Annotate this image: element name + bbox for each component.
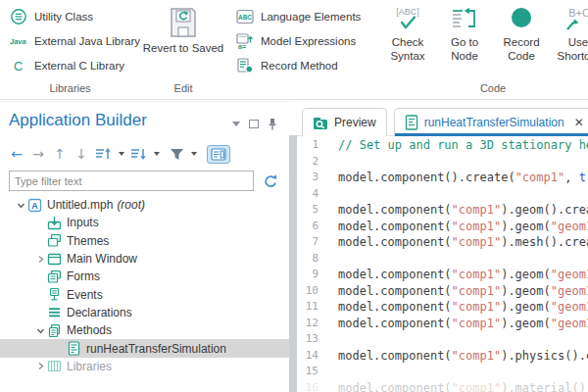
use-shortcut-button[interactable]: B+C Use Shortcut bbox=[554, 6, 588, 99]
revert-to-saved-icon bbox=[167, 6, 200, 39]
tree-item-suffix: (root) bbox=[117, 198, 145, 212]
tree-item-libraries[interactable]: Libraries bbox=[0, 358, 289, 375]
method-doc-icon bbox=[405, 115, 418, 130]
tree-item-label: Inputs bbox=[67, 216, 99, 229]
tree-toolbar: ← → ↑ ↓ bbox=[9, 143, 230, 165]
model-expressions-button[interactable]: a= Model Expressions bbox=[236, 30, 369, 51]
edit-group-label: Edit bbox=[142, 82, 224, 94]
code-line: 6model.component("comp1").geom("geom1 bbox=[297, 219, 588, 235]
svg-text:C: C bbox=[14, 59, 23, 74]
panel-header-icons bbox=[232, 118, 277, 130]
line-number: 8 bbox=[297, 251, 318, 268]
forward-arrow-icon[interactable]: → bbox=[30, 146, 46, 162]
code-area[interactable]: 1// Set up and run a 3D stationary he23m… bbox=[297, 137, 588, 392]
java-icon: Java bbox=[10, 35, 27, 47]
code-group-small-buttons: ABC Language Elements a= Model Expressio… bbox=[236, 6, 369, 99]
go-to-node-icon bbox=[450, 6, 479, 33]
language-elements-label: Language Elements bbox=[261, 11, 361, 23]
tree-item-inputs[interactable]: Inputs bbox=[0, 214, 289, 231]
forms-icon bbox=[47, 270, 62, 284]
line-number: 6 bbox=[297, 219, 318, 235]
svg-text:a=: a= bbox=[238, 42, 246, 49]
move-up-icon[interactable]: ↑ bbox=[52, 146, 68, 162]
code-text: model.component("comp1").geom("geom1 bbox=[338, 283, 588, 300]
tree-item-methods[interactable]: Methods bbox=[0, 321, 289, 339]
editor-tab-bar: Preview runHeatTransferSimulation ✕ bbox=[297, 101, 588, 136]
sort-ascending-caret[interactable] bbox=[119, 152, 124, 156]
code-text: model.component("comp1").geom("geom1 bbox=[338, 316, 588, 332]
tree-item-label: runHeatTransferSimulation bbox=[86, 342, 226, 356]
tree-item-runheattransfersimulation[interactable]: runHeatTransferSimulation bbox=[0, 339, 289, 357]
refresh-icon[interactable] bbox=[263, 173, 278, 189]
sort-descending-icon[interactable] bbox=[130, 147, 147, 161]
tree-item-themes[interactable]: Themes bbox=[0, 232, 289, 250]
filter-row bbox=[9, 171, 281, 191]
tree-item-main-window[interactable]: Main Window bbox=[0, 250, 289, 268]
tree-item-events[interactable]: Events bbox=[0, 285, 289, 303]
tree-item-forms[interactable]: Forms bbox=[0, 268, 289, 285]
filter-funnel-icon[interactable] bbox=[170, 147, 184, 161]
c-icon: C bbox=[10, 58, 27, 74]
chevron-right-icon[interactable] bbox=[33, 362, 47, 370]
svg-text:Java: Java bbox=[10, 37, 26, 46]
vertical-splitter[interactable] bbox=[289, 135, 297, 392]
use-shortcut-icon: B+C bbox=[559, 6, 588, 33]
tree-item-label: Declarations bbox=[67, 306, 132, 319]
comsol-application-builder-window: Utility Class Java External Java Library… bbox=[0, 0, 588, 392]
record-method-button[interactable]: Record Method bbox=[236, 55, 369, 75]
sort-ascending-icon[interactable] bbox=[95, 147, 112, 161]
code-line: 10model.component("comp1").geom("geom1 bbox=[297, 283, 588, 300]
declarations-icon bbox=[47, 305, 62, 319]
tree-item-untitled-mph[interactable]: AUntitled.mph(root) bbox=[0, 196, 289, 214]
language-elements-button[interactable]: ABC Language Elements bbox=[236, 6, 369, 26]
language-elements-icon: ABC bbox=[236, 9, 254, 24]
back-arrow-icon[interactable]: ← bbox=[9, 146, 24, 162]
code-text: model.component().create("comp1", tru bbox=[338, 170, 588, 186]
chevron-right-icon[interactable] bbox=[33, 255, 47, 264]
move-down-icon[interactable]: ↓ bbox=[74, 146, 89, 162]
app-root-icon: A bbox=[27, 198, 42, 213]
code-group-label: Code bbox=[434, 82, 552, 94]
ribbon-group-edit: Revert to Saved Edit bbox=[142, 0, 224, 99]
tree-item-declarations[interactable]: Declarations bbox=[0, 304, 289, 321]
panel-menu-chevron-down-icon[interactable] bbox=[232, 122, 240, 126]
code-line: 12model.component("comp1").geom("geom1 bbox=[297, 316, 588, 332]
utility-class-icon bbox=[10, 8, 27, 25]
line-number: 13 bbox=[297, 331, 318, 348]
code-text: model.component("comp1").geom("geom1 bbox=[338, 267, 588, 283]
show-all-toggle-button[interactable] bbox=[207, 145, 230, 164]
revert-to-saved-button[interactable]: Revert to Saved bbox=[142, 6, 224, 56]
check-syntax-icon: [ABC] bbox=[388, 6, 427, 33]
tree-item-label: Main Window bbox=[67, 252, 137, 266]
line-number: 3 bbox=[297, 170, 318, 186]
utility-class-label: Utility Class bbox=[34, 11, 93, 23]
float-window-icon[interactable] bbox=[249, 120, 259, 128]
app-tree: AUntitled.mph(root)InputsThemesMain Wind… bbox=[0, 196, 289, 375]
line-number: 16 bbox=[297, 380, 318, 392]
external-java-library-button[interactable]: Java External Java Library bbox=[10, 30, 140, 51]
tab-preview[interactable]: Preview bbox=[302, 108, 387, 136]
check-syntax-label: Check Syntax bbox=[383, 36, 432, 63]
check-syntax-button[interactable]: [ABC] Check Syntax bbox=[383, 6, 432, 99]
method-icon bbox=[67, 341, 81, 356]
line-number: 1 bbox=[297, 137, 318, 154]
svg-text:A: A bbox=[31, 201, 38, 211]
code-line: 2 bbox=[297, 154, 588, 171]
revert-to-saved-label: Revert to Saved bbox=[143, 42, 223, 56]
filter-caret[interactable] bbox=[191, 152, 197, 156]
line-number: 2 bbox=[297, 154, 318, 171]
pin-icon[interactable] bbox=[268, 118, 277, 130]
line-number: 7 bbox=[297, 234, 318, 251]
tab-run-heat-transfer-simulation[interactable]: runHeatTransferSimulation ✕ bbox=[394, 108, 588, 136]
ribbon: Utility Class Java External Java Library… bbox=[0, 0, 588, 100]
sort-descending-caret[interactable] bbox=[154, 152, 160, 156]
filter-input[interactable] bbox=[9, 171, 254, 191]
tree-item-label: Methods bbox=[67, 323, 112, 337]
external-c-library-button[interactable]: C External C Library bbox=[10, 55, 140, 75]
utility-class-button[interactable]: Utility Class bbox=[10, 6, 140, 26]
chevron-down-icon[interactable] bbox=[14, 201, 27, 210]
code-text: model.component("comp1").geom().crea bbox=[338, 202, 588, 219]
chevron-down-icon[interactable] bbox=[33, 326, 47, 335]
close-tab-icon[interactable]: ✕ bbox=[574, 116, 584, 129]
tab-method-label: runHeatTransferSimulation bbox=[424, 116, 564, 129]
